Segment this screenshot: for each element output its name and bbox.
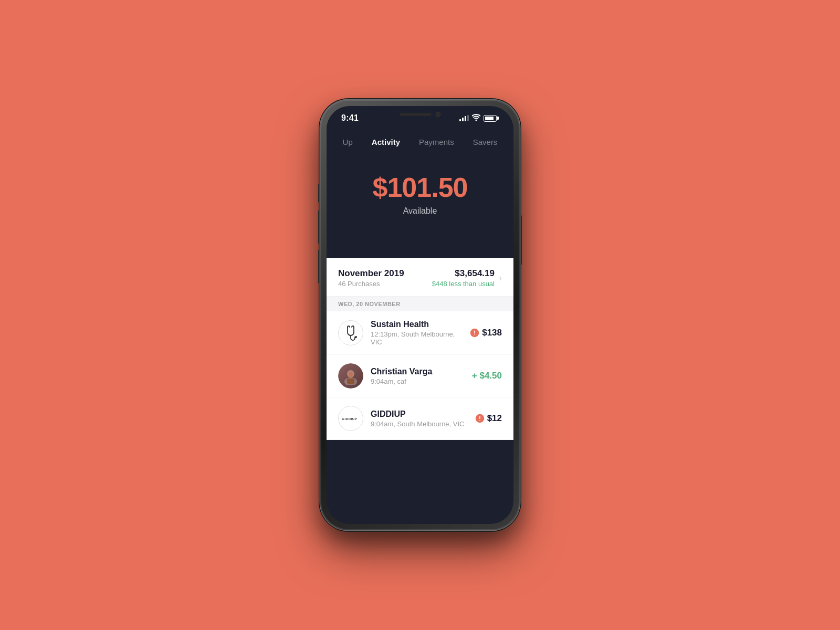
svg-text:GIDDIUP: GIDDIUP xyxy=(342,417,357,421)
month-comparison: $448 less than usual xyxy=(432,280,495,288)
tab-up[interactable]: Up xyxy=(333,133,362,151)
signal-bar-4 xyxy=(467,115,469,121)
person-avatar xyxy=(338,363,363,388)
signal-bar-3 xyxy=(465,116,466,121)
amount-debit: $12 xyxy=(475,413,502,424)
transaction-meta: 9:04am, caf xyxy=(371,377,465,385)
phone-screen: 9:41 xyxy=(327,106,513,524)
month-name: November 2019 xyxy=(338,268,404,279)
battery-icon xyxy=(484,115,499,122)
merchant-avatar-stethoscope xyxy=(338,320,363,345)
svg-rect-7 xyxy=(347,379,354,384)
navigation-tabs: Up Activity Payments Savers xyxy=(327,123,513,151)
header-section: Up Activity Payments Savers $101.50 Avai… xyxy=(327,123,513,237)
month-totals: $3,654.19 $448 less than usual › xyxy=(432,268,502,288)
giddiup-logo: GIDDIUP xyxy=(341,413,360,424)
transaction-info: Sustain Health 12:13pm, South Melbourne,… xyxy=(371,320,463,346)
amount-credit: + $4.50 xyxy=(472,371,502,381)
month-purchases: 46 Purchases xyxy=(338,280,404,288)
merchant-avatar-logo: GIDDIUP xyxy=(338,406,363,431)
transaction-amount: $12 xyxy=(475,413,502,424)
amount-debit: $138 xyxy=(470,328,502,338)
speaker xyxy=(400,113,431,116)
balance-section: $101.50 Available xyxy=(327,151,513,216)
month-info: November 2019 46 Purchases xyxy=(338,268,404,288)
warning-icon xyxy=(470,328,479,338)
svg-point-6 xyxy=(349,372,353,377)
camera xyxy=(435,112,440,117)
svg-point-2 xyxy=(474,334,475,335)
status-icons xyxy=(459,114,499,122)
avatar-photo xyxy=(338,363,363,388)
signal-bar-1 xyxy=(459,119,461,121)
signal-icon xyxy=(459,115,469,121)
transaction-meta: 12:13pm, South Melbourne, VIC xyxy=(371,330,463,346)
month-summary[interactable]: November 2019 46 Purchases $3,654.19 $44… xyxy=(327,258,513,297)
wifi-icon xyxy=(472,114,480,122)
transaction-name: Christian Varga xyxy=(371,367,465,376)
battery-body xyxy=(484,115,497,122)
svg-point-10 xyxy=(479,420,480,421)
transaction-item[interactable]: Christian Varga 9:04am, caf + $4.50 xyxy=(327,355,513,397)
transaction-item[interactable]: Sustain Health 12:13pm, South Melbourne,… xyxy=(327,311,513,355)
transaction-amount: + $4.50 xyxy=(472,371,502,381)
signal-bar-2 xyxy=(462,118,464,121)
battery-fill xyxy=(485,117,494,120)
notch xyxy=(380,106,461,123)
transaction-info: GIDDIUP 9:04am, South Melbourne, VIC xyxy=(371,410,468,428)
status-time: 9:41 xyxy=(341,113,359,123)
month-amounts: $3,654.19 $448 less than usual xyxy=(432,268,495,288)
transactions-content: November 2019 46 Purchases $3,654.19 $44… xyxy=(327,258,513,440)
balance-amount: $101.50 xyxy=(373,172,468,203)
chevron-right-icon: › xyxy=(499,272,502,284)
month-total: $3,654.19 xyxy=(432,268,495,279)
person-silhouette xyxy=(342,367,360,385)
svg-point-0 xyxy=(355,336,357,338)
power-button[interactable] xyxy=(520,215,522,265)
battery-tip xyxy=(497,117,499,120)
balance-label: Available xyxy=(403,206,437,216)
date-separator: WED, 20 NOVEMBER xyxy=(327,297,513,311)
warning-icon xyxy=(475,414,485,423)
transaction-name: Sustain Health xyxy=(371,320,463,329)
tab-payments[interactable]: Payments xyxy=(410,133,464,151)
tab-savers[interactable]: Savers xyxy=(464,133,507,151)
tab-activity[interactable]: Activity xyxy=(362,133,410,151)
transaction-item[interactable]: GIDDIUP GIDDIUP 9:04am, South Melbourne,… xyxy=(327,397,513,440)
transaction-amount: $138 xyxy=(470,328,502,338)
transaction-name: GIDDIUP xyxy=(371,410,468,419)
transaction-info: Christian Varga 9:04am, caf xyxy=(371,367,465,385)
phone-device: 9:41 xyxy=(320,100,520,530)
transaction-meta: 9:04am, South Melbourne, VIC xyxy=(371,420,468,428)
